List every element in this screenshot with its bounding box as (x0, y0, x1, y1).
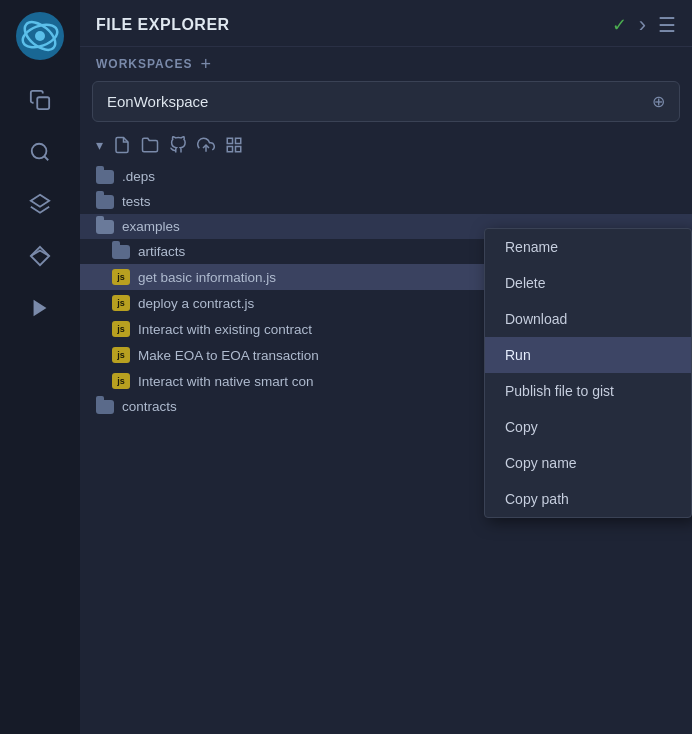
search-sidebar-icon[interactable] (18, 130, 62, 174)
chevron-right-icon[interactable]: › (639, 12, 646, 38)
workspaces-label: WORKSPACES (96, 57, 192, 71)
js-file-icon: js (112, 321, 130, 337)
folder-icon (96, 170, 114, 184)
file-toolbar: ▾ (80, 130, 692, 160)
context-copy-name[interactable]: Copy name (485, 445, 691, 481)
new-file-icon[interactable] (113, 136, 131, 154)
grid-icon[interactable] (225, 136, 243, 154)
tree-item-label: Make EOA to EOA transaction (138, 348, 319, 363)
file-explorer-header: FILE EXPLORER ✓ › ☰ (80, 0, 692, 47)
js-file-icon: js (112, 269, 130, 285)
logo[interactable] (14, 10, 66, 66)
copy-sidebar-icon[interactable] (18, 78, 62, 122)
workspaces-bar: WORKSPACES + (80, 47, 692, 81)
svg-rect-12 (236, 138, 241, 143)
context-rename[interactable]: Rename (485, 229, 691, 265)
tree-item-label: Interact with native smart con (138, 374, 314, 389)
workspace-dropdown-icon: ⊕ (652, 92, 665, 111)
tree-item-tests[interactable]: tests (80, 189, 692, 214)
page-title: FILE EXPLORER (96, 16, 230, 34)
context-menu: Rename Delete Download Run Publish file … (484, 228, 692, 518)
layers-sidebar-icon[interactable] (18, 182, 62, 226)
play-sidebar-icon[interactable] (18, 286, 62, 330)
context-copy-path[interactable]: Copy path (485, 481, 691, 517)
svg-marker-7 (31, 195, 49, 207)
file-tree: .deps tests examples artifacts js get ba… (80, 160, 692, 734)
tree-item-label: tests (122, 194, 151, 209)
main-panel: FILE EXPLORER ✓ › ☰ WORKSPACES + EonWork… (80, 0, 692, 734)
svg-rect-13 (236, 147, 241, 152)
context-publish-gist[interactable]: Publish file to gist (485, 373, 691, 409)
svg-line-6 (44, 156, 48, 160)
tree-item-label: contracts (122, 399, 177, 414)
context-download[interactable]: Download (485, 301, 691, 337)
js-file-icon: js (112, 373, 130, 389)
add-workspace-button[interactable]: + (200, 55, 211, 73)
tree-item-label: .deps (122, 169, 155, 184)
folder-open-icon (96, 220, 114, 234)
folder-icon (96, 400, 114, 414)
tree-item-label: Interact with existing contract (138, 322, 312, 337)
svg-rect-14 (227, 147, 232, 152)
workspace-selector[interactable]: EonWorkspace ⊕ (92, 81, 680, 122)
expand-arrow-icon[interactable]: ▾ (96, 137, 103, 153)
tree-item-label: get basic information.js (138, 270, 276, 285)
js-file-icon: js (112, 347, 130, 363)
context-run[interactable]: Run (485, 337, 691, 373)
sidebar (0, 0, 80, 734)
folder-icon (96, 195, 114, 209)
diamond-sidebar-icon[interactable] (18, 234, 62, 278)
header-actions: ✓ › ☰ (612, 12, 676, 38)
tree-item-label: examples (122, 219, 180, 234)
svg-rect-11 (227, 138, 232, 143)
folder-icon (112, 245, 130, 259)
svg-rect-4 (37, 97, 49, 109)
context-delete[interactable]: Delete (485, 265, 691, 301)
new-folder-icon[interactable] (141, 136, 159, 154)
context-copy[interactable]: Copy (485, 409, 691, 445)
js-file-icon: js (112, 295, 130, 311)
tree-item-label: artifacts (138, 244, 185, 259)
tree-item-deps[interactable]: .deps (80, 164, 692, 189)
upload-icon[interactable] (197, 136, 215, 154)
github-icon[interactable] (169, 136, 187, 154)
tree-item-label: deploy a contract.js (138, 296, 254, 311)
svg-point-3 (35, 31, 45, 41)
svg-marker-9 (34, 300, 47, 317)
workspace-name: EonWorkspace (107, 93, 208, 110)
hamburger-icon[interactable]: ☰ (658, 13, 676, 37)
svg-point-5 (32, 144, 47, 159)
check-icon[interactable]: ✓ (612, 14, 627, 36)
